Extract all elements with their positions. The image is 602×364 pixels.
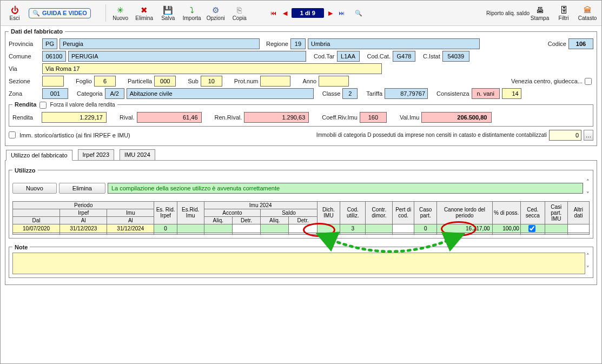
- tariffa-input[interactable]: 87,79767: [385, 88, 428, 99]
- scroll-down-icon[interactable]: ˅: [586, 265, 590, 272]
- import-button[interactable]: ⤵ Importa: [181, 3, 203, 23]
- categoria-d-more-button[interactable]: …: [584, 130, 593, 141]
- rendita-input[interactable]: 1.229,17: [42, 112, 107, 123]
- cell-perc-poss[interactable]: 100,00: [492, 224, 520, 233]
- valimu-input[interactable]: 206.500,80: [421, 112, 492, 123]
- comune-code[interactable]: 06100: [42, 51, 66, 62]
- classe-input[interactable]: 2: [342, 88, 358, 99]
- cell-dich-imu[interactable]: [317, 224, 340, 233]
- codtar-value[interactable]: L1AA: [337, 51, 360, 62]
- table-row[interactable]: 10/07/2020 31/12/2023 31/12/2024 0 3: [13, 224, 590, 233]
- catasto-button[interactable]: 🏛 Catasto: [577, 3, 598, 23]
- consistenza-unit[interactable]: n. vani: [472, 88, 500, 99]
- import-icon: ⤵: [190, 5, 194, 15]
- cell-imu-al[interactable]: 31/12/2024: [107, 224, 154, 233]
- venezia-checkbox[interactable]: [585, 78, 592, 85]
- prev-page-button[interactable]: ◀: [280, 8, 290, 18]
- cell-acc-detr[interactable]: [232, 224, 260, 233]
- cell-dal[interactable]: 10/07/2020: [13, 224, 60, 233]
- tab-imu[interactable]: IMU 2024: [120, 149, 155, 160]
- cell-irpef-al[interactable]: 31/12/2023: [60, 224, 107, 233]
- codcat-value[interactable]: G478: [393, 51, 415, 62]
- cell-esrid-imu[interactable]: [177, 224, 204, 233]
- save-button[interactable]: 💾 Salva: [157, 3, 179, 23]
- provincia-label: Provincia: [9, 41, 40, 47]
- utilizzo-new-button[interactable]: Nuovo: [12, 183, 57, 194]
- scroll-up-icon[interactable]: ˄: [586, 178, 590, 186]
- consistenza-input[interactable]: 14: [502, 88, 521, 99]
- provincia-code[interactable]: PG: [42, 38, 57, 49]
- table-row-empty[interactable]: [13, 233, 590, 234]
- pager-group: ⏮ ◀ 1 di 9 ▶ ⏭ 🔍: [269, 8, 363, 18]
- anno-input[interactable]: [319, 76, 349, 87]
- regione-name[interactable]: Umbria: [308, 38, 480, 49]
- filters-button[interactable]: 🗄 Filtri: [553, 3, 574, 23]
- ced-secca-checkbox[interactable]: [528, 225, 535, 232]
- cell-acc-aliq[interactable]: [204, 224, 232, 233]
- first-page-button[interactable]: ⏮: [269, 8, 279, 18]
- cell-caso-part[interactable]: 0: [414, 224, 437, 233]
- provincia-name[interactable]: Perugia: [59, 38, 260, 49]
- categoria-code[interactable]: A/2: [105, 88, 124, 99]
- cistat-value[interactable]: 54039: [442, 51, 469, 62]
- message-scroll: ˄ ˅: [586, 178, 590, 198]
- search-page-button[interactable]: 🔍: [354, 8, 363, 18]
- storico-checkbox[interactable]: [9, 131, 16, 138]
- last-page-button[interactable]: ⏭: [337, 8, 347, 18]
- new-icon: ✳: [117, 5, 124, 15]
- exit-button[interactable]: ⏻ Esci: [4, 3, 25, 23]
- filter-icon: 🗄: [560, 5, 568, 15]
- via-label: Via: [9, 65, 40, 72]
- new-button[interactable]: ✳ Nuovo: [110, 3, 131, 23]
- cell-sal-aliq[interactable]: [261, 224, 289, 233]
- th-al2: Al: [107, 216, 154, 224]
- delete-button[interactable]: ✖ Elimina: [134, 3, 155, 23]
- foglio-input[interactable]: 6: [94, 76, 116, 87]
- tab-irpef[interactable]: Irpef 2023: [78, 149, 115, 160]
- cell-pert-di-cod[interactable]: [393, 224, 414, 233]
- cell-altri-dati[interactable]: [567, 224, 589, 233]
- note-group: Note ˄ ˅: [9, 244, 593, 278]
- regione-code[interactable]: 19: [290, 38, 306, 49]
- th-irpef: Irpef: [60, 209, 107, 216]
- note-textarea[interactable]: [12, 253, 585, 274]
- dati-fabbricato-legend: Dati del fabbricato: [9, 28, 65, 35]
- cell-ced-secca[interactable]: [520, 224, 545, 233]
- via-input[interactable]: Via Roma 17: [42, 63, 382, 74]
- cell-esrid-irpef[interactable]: 0: [154, 224, 177, 233]
- renrival-input[interactable]: 1.290,63: [244, 112, 309, 123]
- zona-input[interactable]: 001: [42, 88, 68, 99]
- comune-name[interactable]: PERUGIA: [68, 51, 306, 62]
- th-pert-di-cod: Pert di cod.: [393, 201, 414, 224]
- tab-utilizzo[interactable]: Utilizzo del fabbricato: [6, 150, 72, 161]
- scroll-down-icon[interactable]: ˅: [586, 191, 590, 198]
- help-video-button[interactable]: 🔍 GUIDA E VIDEO: [29, 8, 91, 18]
- protnum-input[interactable]: [260, 76, 290, 87]
- rendita-label: Rendita: [12, 114, 39, 121]
- utilizzo-delete-button[interactable]: Elimina: [59, 183, 105, 194]
- categoria-desc[interactable]: Abitazione civile: [127, 88, 314, 99]
- tariffa-label: Tariffa: [366, 90, 382, 97]
- print-button[interactable]: 🖶 Stampa: [529, 3, 551, 23]
- rival-input[interactable]: 61,46: [137, 112, 202, 123]
- forza-rendita-checkbox[interactable]: [39, 102, 47, 109]
- scroll-up-icon[interactable]: ˄: [586, 253, 590, 260]
- options-button[interactable]: ⚙ Opzioni: [205, 3, 227, 23]
- th-periodo: Periodo: [13, 201, 154, 209]
- cell-casi-part-imu[interactable]: [545, 224, 567, 233]
- next-page-button[interactable]: ▶: [326, 8, 335, 18]
- codice-value[interactable]: 106: [568, 38, 593, 49]
- particella-input[interactable]: 000: [154, 76, 176, 87]
- cell-canone[interactable]: 16.217,00: [437, 224, 492, 233]
- copy-button[interactable]: ⎘ Copia: [229, 3, 250, 23]
- pager-label: 1 di 9: [292, 8, 324, 18]
- categoria-d-input[interactable]: 0: [549, 130, 581, 141]
- riporto-button[interactable]: Riporto aliq. saldo: [489, 3, 527, 23]
- cell-contr-dimor[interactable]: [366, 224, 393, 233]
- sezione-input[interactable]: [42, 76, 64, 87]
- sub-input[interactable]: 10: [201, 76, 222, 87]
- cell-sal-detr[interactable]: [289, 224, 317, 233]
- cell-cod-utiliz[interactable]: 3: [340, 224, 366, 233]
- utilizzo-table[interactable]: Periodo Es. Rid. Irpef Es.Rid. Imu Imu 2…: [12, 201, 590, 235]
- coeff-input[interactable]: 160: [360, 112, 387, 123]
